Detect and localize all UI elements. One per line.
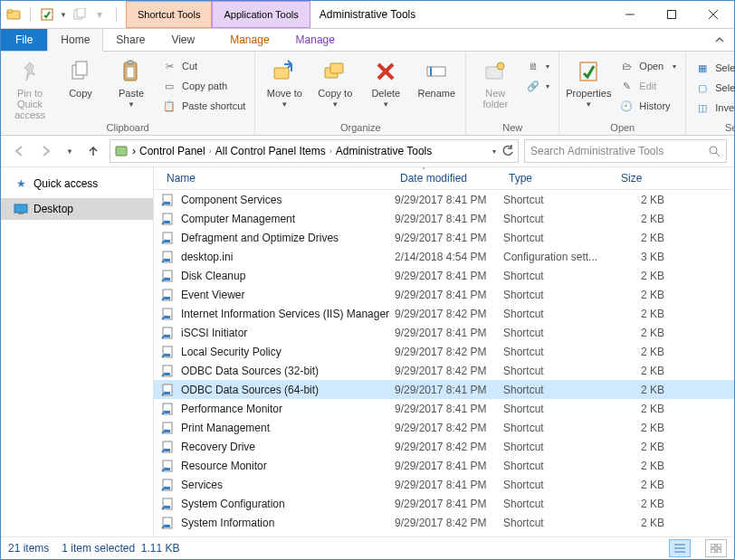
close-button[interactable] — [692, 1, 734, 28]
select-all-button[interactable]: ▦Select all — [692, 59, 735, 77]
copy-button[interactable]: Copy — [57, 53, 104, 99]
file-date: 9/29/2017 8:41 PM — [395, 460, 503, 472]
file-icon — [161, 478, 176, 492]
properties-qat-icon[interactable] — [40, 7, 54, 22]
address-bar[interactable]: › Control Panel› All Control Panel Items… — [110, 139, 519, 163]
recent-locations-button[interactable]: ▼ — [62, 140, 77, 162]
file-size: 2 KB — [616, 346, 679, 358]
column-header-size[interactable]: Size — [616, 172, 679, 185]
refresh-button[interactable] — [501, 145, 514, 157]
file-row[interactable]: ODBC Data Sources (32-bit)9/29/2017 8:42… — [154, 361, 734, 380]
tab-manage-application[interactable]: Manage — [283, 29, 348, 51]
tab-share[interactable]: Share — [103, 29, 158, 51]
file-row[interactable]: desktop.ini2/14/2018 4:54 PMConfiguratio… — [154, 247, 734, 266]
chevron-down-icon: ▼ — [585, 100, 592, 109]
nav-quick-access[interactable]: ★ Quick access — [1, 173, 153, 195]
context-tab-application-tools[interactable]: Application Tools — [212, 1, 310, 28]
file-date: 9/29/2017 8:42 PM — [395, 308, 503, 320]
svg-rect-6 — [668, 11, 676, 19]
file-type: Shortcut — [503, 327, 616, 339]
maximize-button[interactable] — [651, 1, 692, 28]
content-area: ★ Quick access Desktop Name ˄ Date modif… — [1, 167, 734, 536]
thumbnails-view-button[interactable] — [705, 539, 727, 557]
chevron-down-icon: ▼ — [382, 100, 389, 109]
file-row[interactable]: Performance Monitor9/29/2017 8:41 PMShor… — [154, 399, 734, 418]
new-item-button[interactable]: 🗎▾ — [522, 57, 553, 75]
file-row[interactable]: Internet Information Services (IIS) Mana… — [154, 304, 734, 323]
paste-button[interactable]: Paste ▼ — [108, 53, 155, 109]
chevron-right-icon[interactable]: › — [132, 145, 136, 157]
breadcrumb-segment[interactable]: Administrative Tools — [336, 145, 433, 157]
file-row[interactable]: ODBC Data Sources (64-bit)9/29/2017 8:41… — [154, 380, 734, 399]
file-date: 9/29/2017 8:41 PM — [395, 498, 503, 510]
file-name: Performance Monitor — [181, 403, 395, 415]
svg-rect-14 — [274, 68, 289, 79]
group-label: Select — [692, 120, 735, 135]
file-row[interactable]: Recovery Drive9/29/2017 8:42 PMShortcut2… — [154, 437, 734, 456]
cut-button[interactable]: ✂Cut — [158, 57, 249, 75]
file-row[interactable]: Component Services9/29/2017 8:41 PMShort… — [154, 190, 734, 209]
back-button[interactable] — [8, 140, 30, 162]
new-folder-button[interactable]: New folder — [472, 53, 519, 109]
window-title: Administrative Tools — [310, 1, 609, 28]
tab-view[interactable]: View — [158, 29, 208, 51]
redo-qat-icon[interactable]: ▾ — [92, 7, 107, 22]
context-tab-shortcut-tools[interactable]: Shortcut Tools — [126, 1, 213, 28]
select-none-button[interactable]: ▢Select none — [692, 79, 735, 97]
search-input[interactable]: Search Administrative Tools — [524, 139, 727, 163]
move-to-button[interactable]: Move to ▼ — [261, 53, 308, 109]
delete-button[interactable]: Delete ▼ — [362, 53, 409, 109]
file-name: System Information — [181, 517, 395, 529]
ribbon-group-select: ▦Select all ▢Select none ◫Invert selecti… — [686, 52, 735, 135]
file-row[interactable]: Computer Management9/29/2017 8:41 PMShor… — [154, 209, 734, 228]
tab-home[interactable]: Home — [47, 29, 103, 52]
file-row[interactable]: iSCSI Initiator9/29/2017 8:41 PMShortcut… — [154, 323, 734, 342]
open-icon: 🗁 — [619, 59, 634, 73]
properties-icon — [574, 57, 603, 86]
tab-manage-shortcut[interactable]: Manage — [217, 29, 282, 51]
file-row[interactable]: Defragment and Optimize Drives9/29/2017 … — [154, 228, 734, 247]
copy-to-button[interactable]: Copy to ▼ — [311, 53, 358, 109]
file-row[interactable]: System Configuration9/29/2017 8:41 PMSho… — [154, 494, 734, 513]
details-view-button[interactable] — [669, 539, 691, 557]
group-label: Open — [565, 120, 680, 135]
file-row[interactable]: Resource Monitor9/29/2017 8:41 PMShortcu… — [154, 456, 734, 475]
column-header-date[interactable]: Date modified — [395, 172, 503, 185]
file-row[interactable]: Services9/29/2017 8:41 PMShortcut2 KB — [154, 475, 734, 494]
properties-button[interactable]: Properties ▼ — [565, 53, 612, 109]
qat-dropdown-icon[interactable]: ▼ — [60, 11, 67, 19]
up-button[interactable] — [82, 140, 104, 162]
nav-desktop[interactable]: Desktop — [1, 198, 153, 220]
file-rows[interactable]: Component Services9/29/2017 8:41 PMShort… — [154, 190, 734, 536]
edit-button[interactable]: ✎Edit — [616, 77, 680, 95]
column-header-name[interactable]: Name — [161, 172, 395, 185]
address-dropdown-icon[interactable]: ▾ — [492, 147, 496, 156]
column-header-type[interactable]: Type — [503, 172, 616, 185]
file-icon — [161, 193, 176, 207]
file-row[interactable]: Disk Cleanup9/29/2017 8:41 PMShortcut2 K… — [154, 266, 734, 285]
copy-path-button[interactable]: ▭Copy path — [158, 77, 249, 95]
undo-qat-icon[interactable] — [72, 7, 87, 22]
easy-access-button[interactable]: 🔗▾ — [522, 77, 553, 95]
history-button[interactable]: 🕘History — [616, 97, 680, 115]
file-row[interactable]: Event Viewer9/29/2017 8:41 PMShortcut2 K… — [154, 285, 734, 304]
forward-button[interactable] — [35, 140, 57, 162]
edit-icon: ✎ — [619, 79, 634, 93]
rename-button[interactable]: Rename — [413, 53, 460, 99]
file-row[interactable]: System Information9/29/2017 8:42 PMShort… — [154, 513, 734, 532]
file-icon — [161, 497, 176, 511]
pin-to-quick-access-button[interactable]: Pin to Quick access — [6, 53, 53, 120]
title-bar: ▼ ▾ Shortcut Tools Application Tools Adm… — [1, 1, 734, 29]
minimize-button[interactable] — [609, 1, 651, 28]
file-size: 3 KB — [616, 251, 679, 263]
tab-file[interactable]: File — [1, 29, 47, 51]
breadcrumb-segment[interactable]: All Control Panel Items› — [215, 145, 332, 157]
open-button[interactable]: 🗁Open▾ — [616, 57, 680, 75]
file-icon — [161, 383, 176, 397]
file-row[interactable]: Print Management9/29/2017 8:42 PMShortcu… — [154, 418, 734, 437]
paste-shortcut-button[interactable]: 📋Paste shortcut — [158, 97, 249, 115]
file-row[interactable]: Local Security Policy9/29/2017 8:42 PMSh… — [154, 342, 734, 361]
invert-selection-button[interactable]: ◫Invert selection — [692, 99, 735, 117]
breadcrumb-segment[interactable]: Control Panel› — [139, 145, 212, 157]
collapse-ribbon-button[interactable] — [705, 29, 734, 51]
